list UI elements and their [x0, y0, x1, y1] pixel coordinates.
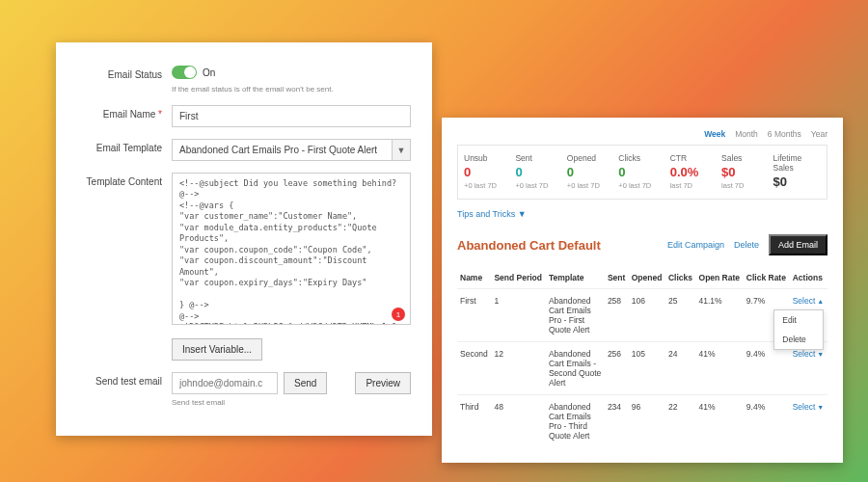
period-month[interactable]: Month	[735, 129, 758, 139]
email-template-select[interactable]: Abandoned Cart Emails Pro - First Quote …	[172, 139, 392, 161]
col-actions: Actions	[790, 267, 827, 289]
emails-table: NameSend PeriodTemplateSentOpenedClicksO…	[457, 267, 827, 447]
test-email-input[interactable]	[172, 372, 278, 394]
period-year[interactable]: Year	[811, 129, 827, 139]
insert-variable-button[interactable]: Insert Variable...	[172, 338, 262, 361]
email-template-label: Email Template	[77, 139, 172, 153]
row-actions-select[interactable]: Select▼	[793, 402, 825, 412]
table-row: First1Abandoned Cart Emails Pro - First …	[457, 289, 827, 342]
table-row: Third48Abandoned Cart Emails Pro - Third…	[457, 395, 827, 448]
stat-sales: Sales$0last 7D	[721, 153, 769, 191]
template-content-label: Template Content	[77, 173, 172, 187]
campaign-panel: Week Month 6 Months Year Unsub0+0 last 7…	[442, 118, 843, 463]
email-status-value: On	[203, 67, 215, 78]
stat-opened: Opened0+0 last 7D	[567, 153, 614, 191]
stat-unsub: Unsub0+0 last 7D	[464, 153, 511, 191]
chevron-down-icon[interactable]: ▼	[392, 139, 411, 161]
email-status-hint: If the email status is off the email won…	[172, 85, 411, 94]
template-content-textarea[interactable]: <!--@subject Did you leave something beh…	[172, 173, 411, 325]
delete-campaign-link[interactable]: Delete	[734, 240, 759, 250]
campaign-title: Abandoned Cart Default	[457, 238, 601, 253]
email-edit-panel: Email Status On If the email status is o…	[56, 42, 432, 436]
stat-sent: Sent0+0 last 7D	[515, 153, 562, 191]
col-click-rate: Click Rate	[744, 267, 790, 289]
actions-menu: EditDelete	[773, 309, 824, 350]
edit-campaign-link[interactable]: Edit Campaign	[667, 240, 724, 250]
period-week[interactable]: Week	[704, 129, 725, 139]
stat-clicks: Clicks0+0 last 7D	[618, 153, 665, 191]
col-opened: Opened	[629, 267, 665, 289]
row-actions-select[interactable]: Select▼	[793, 349, 825, 359]
email-status-label: Email Status	[77, 66, 172, 80]
email-name-label: Email Name *	[77, 105, 172, 120]
send-test-button[interactable]: Send	[284, 372, 327, 394]
table-row: Second12Abandoned Cart Emails - Second Q…	[457, 342, 827, 395]
col-clicks: Clicks	[665, 267, 696, 289]
error-badge: 1	[392, 308, 405, 321]
email-status-toggle[interactable]	[172, 66, 197, 79]
email-name-input[interactable]	[172, 105, 411, 127]
col-send-period: Send Period	[491, 267, 546, 289]
col-sent: Sent	[605, 267, 629, 289]
send-test-label: Send test email	[77, 372, 172, 387]
period-tabs: Week Month 6 Months Year	[457, 129, 827, 139]
stat-lifetime-sales: Lifetime Sales$0	[773, 153, 821, 191]
tips-link[interactable]: Tips and Tricks ▼	[457, 209, 827, 219]
col-template: Template	[546, 267, 605, 289]
period-6months[interactable]: 6 Months	[768, 129, 801, 139]
stat-ctr: CTR0.0%last 7D	[670, 153, 718, 191]
stats-bar: Unsub0+0 last 7DSent0+0 last 7DOpened0+0…	[457, 145, 827, 200]
menu-item-edit[interactable]: Edit	[774, 310, 823, 330]
send-test-hint: Send test email	[172, 398, 411, 407]
add-email-button[interactable]: Add Email	[769, 234, 827, 255]
col-open-rate: Open Rate	[696, 267, 744, 289]
col-name: Name	[457, 267, 491, 289]
menu-item-delete[interactable]: Delete	[774, 330, 823, 349]
preview-button[interactable]: Preview	[355, 372, 411, 394]
row-actions-select[interactable]: Select▲EditDelete	[793, 296, 825, 306]
